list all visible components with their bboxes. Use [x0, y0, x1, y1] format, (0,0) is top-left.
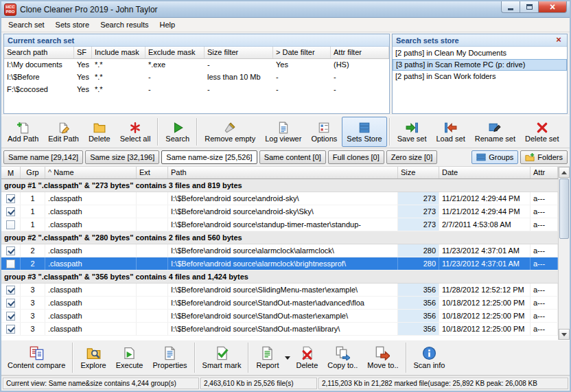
column-header-ext[interactable]: Ext: [137, 167, 168, 178]
save-set-button[interactable]: Save set: [393, 117, 432, 147]
tab-same-name-size[interactable]: Same name-size [25,526]: [161, 150, 257, 164]
file-row[interactable]: 1.classpathI:\$Before\android source\and…: [1, 205, 558, 218]
search-set-column-header[interactable]: Attr filter: [331, 47, 389, 58]
log-viewer-button[interactable]: Log viewer: [260, 117, 306, 147]
search-set-column-header[interactable]: Size filter: [205, 47, 273, 58]
execute-button[interactable]: Execute: [111, 341, 148, 374]
row-checkbox[interactable]: [6, 246, 15, 255]
options-button[interactable]: Options: [306, 117, 342, 147]
file-row[interactable]: 3.classpathI:\$Before\android source\Sli…: [1, 284, 558, 297]
row-checkbox[interactable]: [6, 312, 15, 321]
column-header-path[interactable]: Path: [168, 167, 398, 178]
search-set-row[interactable]: I:\My documentsYes*.**.exe-Yes(HS): [4, 59, 389, 71]
menu-help[interactable]: Help: [154, 19, 180, 31]
scrollbar-down-button[interactable]: [559, 329, 570, 340]
load-arrow-icon: [445, 122, 457, 134]
search-set-column-header[interactable]: > Date filter: [273, 47, 331, 58]
file-row[interactable]: 3.classpathI:\$Before\android source\Sta…: [1, 297, 558, 310]
file-row[interactable]: 2.classpathI:\$Before\android source\ala…: [1, 244, 558, 257]
copy-to-button[interactable]: Copy to..: [323, 341, 362, 374]
sets-store-button[interactable]: Sets Store: [342, 117, 386, 147]
remove-empty-button[interactable]: Remove empty: [200, 117, 260, 147]
load-set-button[interactable]: Load set: [431, 117, 469, 147]
toolbar-separator: [196, 118, 198, 146]
select-all-button[interactable]: Select all: [115, 117, 156, 147]
edit-path-button[interactable]: Edit Path: [43, 117, 84, 147]
menu-search-set[interactable]: Search set: [3, 19, 50, 31]
column-header-size[interactable]: Size: [398, 167, 439, 178]
group-header-row[interactable]: group #3 ".classpath" & "356 bytes" cont…: [1, 270, 558, 284]
tab-zero-size[interactable]: Zero size [0]: [386, 150, 438, 164]
column-header-grp[interactable]: Grp: [21, 167, 45, 178]
search-button[interactable]: Search: [161, 117, 194, 147]
row-checkbox[interactable]: [6, 207, 15, 216]
tab-same-name[interactable]: Same name [29,142]: [3, 150, 83, 164]
close-icon: [550, 3, 555, 12]
tab-same-size[interactable]: Same size [32,196]: [85, 150, 159, 164]
search-set-row[interactable]: F:\$cocosedYes*.*----: [4, 84, 389, 96]
file-row[interactable]: 3.classpathI:\$Before\android source\Sta…: [1, 323, 558, 336]
close-button[interactable]: [538, 1, 567, 13]
group-header-row[interactable]: group #1 ".classpath" & "273 bytes" cont…: [1, 179, 558, 192]
scrollbar-track[interactable]: [559, 178, 570, 329]
delete-path-label: Delete: [89, 135, 110, 143]
file-name-cell: .classpath: [45, 284, 137, 296]
file-row[interactable]: 1.classpathI:\$Before\android source\and…: [1, 192, 558, 205]
group-header-row[interactable]: group #2 ".classpath" & "280 bytes" cont…: [1, 231, 558, 244]
delete-files-button[interactable]: Delete: [291, 341, 323, 374]
tab-same-content[interactable]: Same content [0]: [259, 150, 326, 164]
menu-sets-store[interactable]: Sets store: [50, 19, 95, 31]
search-set-cell: *.*: [92, 84, 145, 96]
file-path-cell: I:\$Before\android source\StandOut-maste…: [168, 323, 398, 335]
maximize-button[interactable]: [520, 1, 538, 13]
search-label: Search: [165, 135, 189, 143]
groups-view-button[interactable]: Groups: [471, 150, 518, 164]
file-row[interactable]: 3.classpathI:\$Before\android source\Sta…: [1, 310, 558, 323]
minimize-button[interactable]: [501, 1, 520, 13]
smart-mark-button[interactable]: Smart mark: [198, 341, 246, 374]
content-compare-button[interactable]: Content compare: [3, 341, 70, 374]
delete-path-button[interactable]: Delete: [84, 117, 115, 147]
sets-store-item[interactable]: [2 paths] in Clean My Documents: [393, 47, 567, 59]
scrollbar-thumb[interactable]: [559, 178, 569, 239]
search-set-cell: (HS): [331, 59, 389, 71]
move-to-button[interactable]: Move to..: [362, 341, 403, 374]
file-row[interactable]: 1.classpathI:\$Before\android source\sta…: [1, 218, 558, 231]
column-header-m[interactable]: M: [1, 167, 21, 178]
search-set-column-header[interactable]: Search path: [4, 47, 74, 58]
sets-store-item[interactable]: [2 paths] in Scan Work folders: [393, 71, 567, 82]
report-button[interactable]: Report: [251, 341, 283, 374]
properties-button[interactable]: Properties: [148, 341, 191, 374]
execute-label: Execute: [116, 361, 143, 369]
menu-search-results[interactable]: Search results: [95, 19, 154, 31]
search-set-cell: *.exe: [145, 59, 205, 71]
explore-button[interactable]: Explore: [75, 341, 110, 374]
rename-set-button[interactable]: Rename set: [470, 117, 520, 147]
row-checkbox[interactable]: [6, 260, 15, 268]
search-set-column-header[interactable]: Exclude mask: [145, 47, 205, 58]
vertical-scrollbar[interactable]: [558, 167, 570, 340]
row-checkbox[interactable]: [6, 286, 15, 295]
folders-view-button[interactable]: Folders: [520, 150, 568, 164]
row-checkbox[interactable]: [6, 220, 15, 229]
tab-full-clones[interactable]: Full clones [0]: [328, 150, 384, 164]
row-checkbox[interactable]: [6, 299, 15, 308]
search-set-row[interactable]: I:\$BeforeYes*.*-less than 10 Mb--: [4, 71, 389, 84]
file-mark-cell: [1, 323, 21, 335]
report-dropdown-arrow[interactable]: [283, 341, 291, 374]
column-header-attr[interactable]: Attr: [531, 167, 558, 178]
scan-info-button[interactable]: Scan info: [409, 341, 450, 374]
add-path-button[interactable]: Add Path: [3, 117, 43, 147]
row-checkbox[interactable]: [6, 194, 15, 203]
delete-set-button[interactable]: Delete set: [520, 117, 564, 147]
panel-close-icon[interactable]: [554, 36, 563, 45]
sets-store-item[interactable]: [3 paths] in Scan Remote PC (p: drive): [393, 59, 567, 71]
column-header-name[interactable]: ^Name: [45, 167, 137, 178]
file-row[interactable]: 2.classpathI:\$Before\android source\ala…: [1, 257, 558, 270]
row-checkbox[interactable]: [6, 325, 15, 334]
search-set-column-header[interactable]: SF: [74, 47, 92, 58]
scrollbar-up-button[interactable]: [559, 167, 570, 178]
sets-store-title: Search sets store: [396, 36, 459, 45]
search-set-column-header[interactable]: Include mask: [92, 47, 145, 58]
column-header-date[interactable]: Date: [439, 167, 531, 178]
